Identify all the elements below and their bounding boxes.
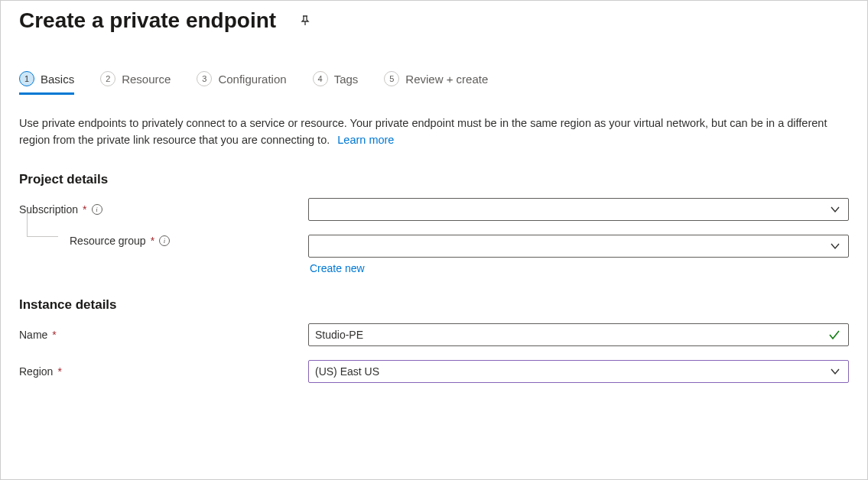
tab-label: Configuration	[218, 73, 286, 86]
tab-review-create[interactable]: 5 Review + create	[384, 71, 488, 95]
required-asterisk: *	[151, 235, 154, 247]
field-label: Region	[19, 365, 53, 378]
required-asterisk: *	[52, 329, 56, 341]
label-resource-group: Resource group * i	[19, 235, 308, 247]
tab-description: Use private endpoints to privately conne…	[19, 115, 849, 149]
tab-label: Tags	[334, 73, 359, 86]
field-subscription	[308, 198, 849, 221]
chevron-down-icon	[830, 241, 840, 251]
info-icon[interactable]: i	[159, 235, 170, 246]
row-resource-group: Resource group * i Create new	[19, 235, 849, 274]
field-region: (US) East US	[308, 360, 849, 383]
info-icon[interactable]: i	[92, 204, 102, 215]
wizard-tabs: 1 Basics 2 Resource 3 Configuration 4 Ta…	[19, 71, 849, 95]
tab-tags[interactable]: 4 Tags	[313, 71, 359, 95]
step-number: 3	[197, 71, 212, 86]
label-name: Name *	[19, 329, 308, 341]
step-number: 5	[384, 71, 399, 86]
create-new-link[interactable]: Create new	[308, 262, 849, 274]
chevron-down-icon	[830, 204, 840, 215]
step-number: 2	[100, 71, 115, 86]
tab-configuration[interactable]: 3 Configuration	[197, 71, 286, 95]
tab-label: Review + create	[405, 73, 488, 86]
field-label: Resource group	[70, 235, 146, 247]
tab-resource[interactable]: 2 Resource	[100, 71, 171, 95]
subscription-select[interactable]	[308, 198, 849, 221]
section-instance-details: Instance details	[19, 297, 849, 313]
region-select[interactable]: (US) East US	[308, 360, 849, 383]
field-label: Name	[19, 329, 47, 341]
chevron-down-icon	[830, 366, 840, 377]
page-title: Create a private endpoint	[19, 8, 276, 33]
pin-icon[interactable]	[296, 11, 314, 30]
step-number: 4	[313, 71, 328, 86]
row-subscription: Subscription * i	[19, 198, 849, 221]
section-project-details: Project details	[19, 172, 849, 187]
name-input[interactable]: Studio-PE	[308, 323, 849, 346]
step-number: 1	[19, 71, 34, 86]
row-region: Region * (US) East US	[19, 360, 849, 383]
tab-basics[interactable]: 1 Basics	[19, 71, 74, 95]
select-value: (US) East US	[315, 365, 379, 378]
field-name: Studio-PE	[308, 323, 849, 346]
field-resource-group: Create new	[308, 235, 849, 274]
resource-group-select[interactable]	[308, 235, 849, 258]
label-subscription: Subscription * i	[19, 203, 308, 216]
required-asterisk: *	[83, 203, 86, 216]
title-row: Create a private endpoint	[19, 8, 849, 33]
tab-label: Resource	[122, 73, 171, 86]
input-value: Studio-PE	[315, 329, 363, 341]
description-text: Use private endpoints to privately conne…	[19, 117, 827, 146]
checkmark-icon	[828, 329, 840, 341]
page-frame: Create a private endpoint 1 Basics 2 Res…	[0, 0, 868, 480]
label-region: Region *	[19, 365, 308, 378]
tab-label: Basics	[41, 73, 74, 86]
row-name: Name * Studio-PE	[19, 323, 849, 346]
learn-more-link[interactable]: Learn more	[337, 134, 394, 146]
required-asterisk: *	[57, 365, 61, 378]
